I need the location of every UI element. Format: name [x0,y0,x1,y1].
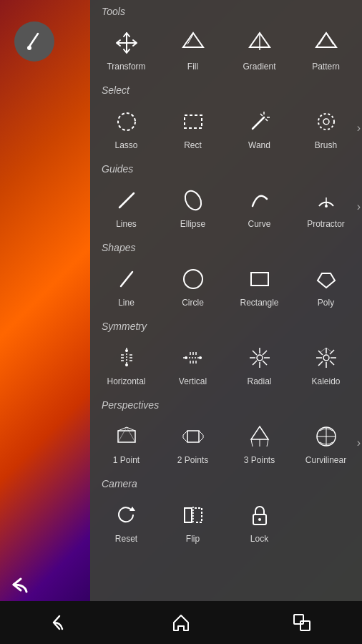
tool-brush-select[interactable]: Brush [293,99,359,157]
svg-point-22 [184,270,202,288]
section-perspectives-label: Perspectives [90,394,362,414]
svg-rect-23 [251,273,268,286]
brush-fab[interactable] [14,21,54,62]
tool-lasso[interactable]: Lasso [93,99,160,157]
svg-point-31 [125,349,128,352]
lock-icon [244,499,275,531]
tool-horizontal[interactable]: Horizontal [93,335,160,394]
tool-2points[interactable]: 2 Points [160,414,226,472]
protractor-icon [310,185,342,216]
tool-protractor[interactable]: Protractor [293,177,359,236]
tool-gradient[interactable]: Gradient [226,20,293,79]
vertical-label: Vertical [179,376,207,386]
svg-line-0 [29,34,38,47]
transform-icon [111,27,142,59]
svg-line-47 [253,351,257,355]
tool-rectangle[interactable]: Rectangle [226,256,293,315]
tool-radial[interactable]: Radial [226,335,293,394]
tool-flip[interactable]: Flip [160,492,226,551]
camera-section: Reset Flip Lock [90,492,362,551]
reset-label: Reset [115,534,137,544]
tool-wand[interactable]: Wand [226,99,293,157]
tool-vertical[interactable]: Vertical [160,335,226,394]
tool-poly[interactable]: Poly [293,256,359,315]
svg-line-49 [263,351,267,355]
svg-point-51 [323,355,329,361]
tool-curvilinear[interactable]: Curvilinear [293,414,359,472]
tool-lock[interactable]: Lock [226,492,293,551]
shapes-section: Line Circle Rectangle [90,256,362,315]
svg-point-32 [125,364,128,366]
svg-line-59 [318,361,323,366]
tool-kaleido[interactable]: Kaleido [293,335,359,394]
svg-line-68 [183,431,187,435]
svg-line-70 [199,431,203,435]
tool-reset[interactable]: Reset [93,492,160,551]
1point-icon [111,421,142,452]
rectangle-label: Rectangle [240,298,278,308]
svg-line-61 [321,348,326,352]
gradient-icon [244,27,275,59]
curve-icon [244,185,275,216]
transform-label: Transform [107,62,145,72]
tool-lines[interactable]: Lines [93,177,160,236]
1point-label: 1 Point [113,455,140,465]
tool-transform[interactable]: Transform [93,20,160,79]
gradient-label: Gradient [243,62,275,72]
flip-label: Flip [186,534,200,544]
svg-line-76 [251,439,253,447]
svg-line-13 [260,114,263,116]
tool-pattern[interactable]: Pattern [293,20,359,79]
section-guides-label: Guides [90,157,362,177]
2points-label: 2 Points [177,455,208,465]
3points-label: 3 Points [244,455,275,465]
svg-line-69 [183,438,187,442]
svg-marker-74 [251,426,268,439]
section-select-label: Select [90,79,362,99]
tool-curve[interactable]: Curve [226,177,293,236]
tool-rect[interactable]: Rect [160,99,226,157]
kaleido-label: Kaleido [311,376,340,386]
svg-line-77 [267,439,268,447]
section-shapes-label: Shapes [90,236,362,256]
svg-line-10 [253,117,264,129]
nav-bar [0,601,362,644]
svg-rect-86 [294,615,303,624]
svg-rect-87 [300,621,310,630]
svg-rect-67 [187,431,199,442]
rect-label: Rect [184,140,202,150]
svg-rect-9 [185,115,202,128]
svg-line-66 [127,427,135,442]
radial-icon [244,342,275,374]
svg-line-17 [119,193,134,208]
nav-recents-button[interactable] [291,612,313,633]
svg-marker-5 [316,33,336,47]
curve-label: Curve [248,219,270,229]
tool-1point[interactable]: 1 Point [93,414,160,472]
svg-point-40 [185,356,187,359]
tool-ellipse[interactable]: Ellipse [160,177,226,236]
flip-icon [177,499,209,531]
tool-line[interactable]: Line [93,256,160,315]
nav-back-button[interactable] [49,612,71,633]
svg-rect-62 [118,431,135,442]
tool-circle[interactable]: Circle [160,256,226,315]
protractor-label: Protractor [307,219,345,229]
svg-point-85 [258,518,261,521]
undo-button[interactable] [11,576,36,601]
nav-home-button[interactable] [170,612,192,633]
fill-icon [177,27,209,59]
guides-chevron: › [357,200,361,213]
svg-line-21 [121,272,132,286]
rect-icon [177,106,209,137]
radial-label: Radial [247,376,271,386]
tool-fill[interactable]: Fill [160,20,226,79]
wand-icon [244,106,275,137]
svg-point-18 [182,188,204,213]
svg-line-57 [330,361,334,365]
poly-icon [310,263,342,295]
lines-icon [111,185,142,216]
vertical-icon [177,342,209,374]
section-tools-label: Tools [90,0,362,20]
tool-3points[interactable]: 3 Points [226,414,293,472]
